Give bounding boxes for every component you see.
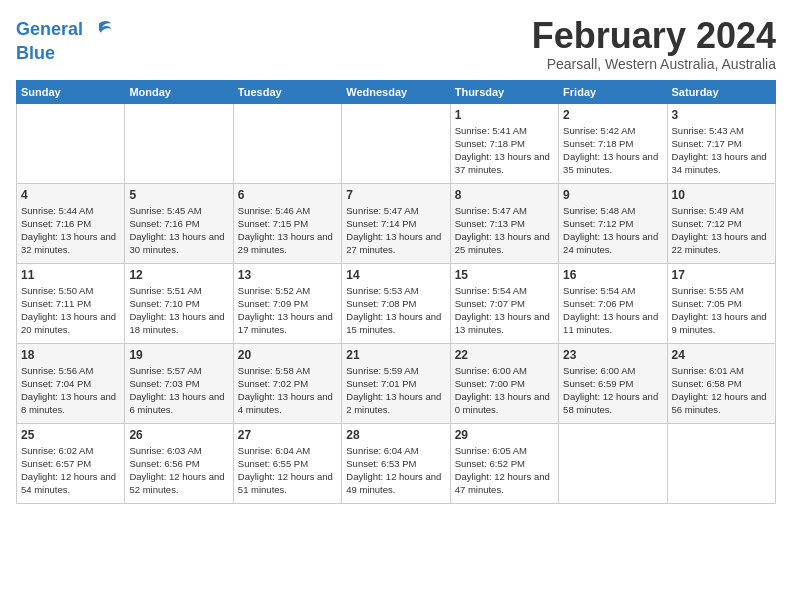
- day-number: 29: [455, 428, 554, 442]
- day-number: 7: [346, 188, 445, 202]
- day-number: 1: [455, 108, 554, 122]
- day-number: 20: [238, 348, 337, 362]
- day-info: Sunrise: 6:01 AM Sunset: 6:58 PM Dayligh…: [672, 364, 771, 417]
- calendar-cell: 22Sunrise: 6:00 AM Sunset: 7:00 PM Dayli…: [450, 343, 558, 423]
- logo-line1: General: [16, 16, 113, 44]
- day-info: Sunrise: 5:41 AM Sunset: 7:18 PM Dayligh…: [455, 124, 554, 177]
- calendar-cell: 25Sunrise: 6:02 AM Sunset: 6:57 PM Dayli…: [17, 423, 125, 503]
- calendar-cell: 8Sunrise: 5:47 AM Sunset: 7:13 PM Daylig…: [450, 183, 558, 263]
- day-info: Sunrise: 6:00 AM Sunset: 6:59 PM Dayligh…: [563, 364, 662, 417]
- day-number: 11: [21, 268, 120, 282]
- calendar-cell: 23Sunrise: 6:00 AM Sunset: 6:59 PM Dayli…: [559, 343, 667, 423]
- weekday-header-tuesday: Tuesday: [233, 80, 341, 103]
- day-number: 2: [563, 108, 662, 122]
- day-number: 24: [672, 348, 771, 362]
- day-info: Sunrise: 5:52 AM Sunset: 7:09 PM Dayligh…: [238, 284, 337, 337]
- day-info: Sunrise: 5:47 AM Sunset: 7:13 PM Dayligh…: [455, 204, 554, 257]
- day-info: Sunrise: 6:05 AM Sunset: 6:52 PM Dayligh…: [455, 444, 554, 497]
- day-number: 17: [672, 268, 771, 282]
- weekday-header-sunday: Sunday: [17, 80, 125, 103]
- day-info: Sunrise: 5:53 AM Sunset: 7:08 PM Dayligh…: [346, 284, 445, 337]
- title-section: February 2024 Pearsall, Western Australi…: [532, 16, 776, 72]
- day-number: 16: [563, 268, 662, 282]
- weekday-header-saturday: Saturday: [667, 80, 775, 103]
- calendar-cell: 19Sunrise: 5:57 AM Sunset: 7:03 PM Dayli…: [125, 343, 233, 423]
- calendar-cell: 5Sunrise: 5:45 AM Sunset: 7:16 PM Daylig…: [125, 183, 233, 263]
- day-info: Sunrise: 5:48 AM Sunset: 7:12 PM Dayligh…: [563, 204, 662, 257]
- weekday-header-wednesday: Wednesday: [342, 80, 450, 103]
- weekday-header-thursday: Thursday: [450, 80, 558, 103]
- calendar-cell: 3Sunrise: 5:43 AM Sunset: 7:17 PM Daylig…: [667, 103, 775, 183]
- calendar-week-4: 18Sunrise: 5:56 AM Sunset: 7:04 PM Dayli…: [17, 343, 776, 423]
- calendar-cell: 26Sunrise: 6:03 AM Sunset: 6:56 PM Dayli…: [125, 423, 233, 503]
- calendar-cell: 4Sunrise: 5:44 AM Sunset: 7:16 PM Daylig…: [17, 183, 125, 263]
- calendar-cell: 21Sunrise: 5:59 AM Sunset: 7:01 PM Dayli…: [342, 343, 450, 423]
- calendar-cell: 10Sunrise: 5:49 AM Sunset: 7:12 PM Dayli…: [667, 183, 775, 263]
- day-number: 14: [346, 268, 445, 282]
- day-info: Sunrise: 5:47 AM Sunset: 7:14 PM Dayligh…: [346, 204, 445, 257]
- day-info: Sunrise: 5:55 AM Sunset: 7:05 PM Dayligh…: [672, 284, 771, 337]
- day-number: 21: [346, 348, 445, 362]
- calendar-table: SundayMondayTuesdayWednesdayThursdayFrid…: [16, 80, 776, 504]
- location: Pearsall, Western Australia, Australia: [532, 56, 776, 72]
- calendar-cell: [17, 103, 125, 183]
- day-number: 12: [129, 268, 228, 282]
- day-number: 28: [346, 428, 445, 442]
- day-info: Sunrise: 5:45 AM Sunset: 7:16 PM Dayligh…: [129, 204, 228, 257]
- day-number: 25: [21, 428, 120, 442]
- day-info: Sunrise: 5:44 AM Sunset: 7:16 PM Dayligh…: [21, 204, 120, 257]
- logo: General Blue: [16, 16, 113, 62]
- day-number: 23: [563, 348, 662, 362]
- calendar-cell: [233, 103, 341, 183]
- calendar-cell: 17Sunrise: 5:55 AM Sunset: 7:05 PM Dayli…: [667, 263, 775, 343]
- calendar-week-1: 1Sunrise: 5:41 AM Sunset: 7:18 PM Daylig…: [17, 103, 776, 183]
- day-info: Sunrise: 5:57 AM Sunset: 7:03 PM Dayligh…: [129, 364, 228, 417]
- day-info: Sunrise: 5:42 AM Sunset: 7:18 PM Dayligh…: [563, 124, 662, 177]
- day-number: 22: [455, 348, 554, 362]
- day-info: Sunrise: 5:54 AM Sunset: 7:06 PM Dayligh…: [563, 284, 662, 337]
- day-info: Sunrise: 6:04 AM Sunset: 6:53 PM Dayligh…: [346, 444, 445, 497]
- calendar-cell: 15Sunrise: 5:54 AM Sunset: 7:07 PM Dayli…: [450, 263, 558, 343]
- calendar-cell: 16Sunrise: 5:54 AM Sunset: 7:06 PM Dayli…: [559, 263, 667, 343]
- logo-general: General: [16, 19, 83, 39]
- weekday-header-friday: Friday: [559, 80, 667, 103]
- calendar-cell: 9Sunrise: 5:48 AM Sunset: 7:12 PM Daylig…: [559, 183, 667, 263]
- calendar-cell: 12Sunrise: 5:51 AM Sunset: 7:10 PM Dayli…: [125, 263, 233, 343]
- day-info: Sunrise: 5:54 AM Sunset: 7:07 PM Dayligh…: [455, 284, 554, 337]
- calendar-cell: 11Sunrise: 5:50 AM Sunset: 7:11 PM Dayli…: [17, 263, 125, 343]
- calendar-cell: 27Sunrise: 6:04 AM Sunset: 6:55 PM Dayli…: [233, 423, 341, 503]
- calendar-week-2: 4Sunrise: 5:44 AM Sunset: 7:16 PM Daylig…: [17, 183, 776, 263]
- calendar-cell: 6Sunrise: 5:46 AM Sunset: 7:15 PM Daylig…: [233, 183, 341, 263]
- calendar-cell: 28Sunrise: 6:04 AM Sunset: 6:53 PM Dayli…: [342, 423, 450, 503]
- day-info: Sunrise: 6:03 AM Sunset: 6:56 PM Dayligh…: [129, 444, 228, 497]
- calendar-week-5: 25Sunrise: 6:02 AM Sunset: 6:57 PM Dayli…: [17, 423, 776, 503]
- calendar-cell: [125, 103, 233, 183]
- calendar-week-3: 11Sunrise: 5:50 AM Sunset: 7:11 PM Dayli…: [17, 263, 776, 343]
- calendar-cell: 18Sunrise: 5:56 AM Sunset: 7:04 PM Dayli…: [17, 343, 125, 423]
- weekday-header-row: SundayMondayTuesdayWednesdayThursdayFrid…: [17, 80, 776, 103]
- day-info: Sunrise: 5:50 AM Sunset: 7:11 PM Dayligh…: [21, 284, 120, 337]
- day-info: Sunrise: 5:51 AM Sunset: 7:10 PM Dayligh…: [129, 284, 228, 337]
- logo-bird-icon: [85, 16, 113, 44]
- day-info: Sunrise: 5:49 AM Sunset: 7:12 PM Dayligh…: [672, 204, 771, 257]
- calendar-cell: 24Sunrise: 6:01 AM Sunset: 6:58 PM Dayli…: [667, 343, 775, 423]
- calendar-cell: 29Sunrise: 6:05 AM Sunset: 6:52 PM Dayli…: [450, 423, 558, 503]
- day-number: 6: [238, 188, 337, 202]
- day-number: 18: [21, 348, 120, 362]
- day-number: 5: [129, 188, 228, 202]
- header: General Blue February 2024 Pearsall, Wes…: [16, 16, 776, 72]
- calendar-cell: [342, 103, 450, 183]
- weekday-header-monday: Monday: [125, 80, 233, 103]
- calendar-cell: 2Sunrise: 5:42 AM Sunset: 7:18 PM Daylig…: [559, 103, 667, 183]
- logo-blue: Blue: [16, 44, 113, 62]
- calendar-cell: 13Sunrise: 5:52 AM Sunset: 7:09 PM Dayli…: [233, 263, 341, 343]
- day-info: Sunrise: 5:46 AM Sunset: 7:15 PM Dayligh…: [238, 204, 337, 257]
- calendar-cell: [559, 423, 667, 503]
- day-number: 9: [563, 188, 662, 202]
- day-number: 19: [129, 348, 228, 362]
- day-info: Sunrise: 5:56 AM Sunset: 7:04 PM Dayligh…: [21, 364, 120, 417]
- calendar-cell: 1Sunrise: 5:41 AM Sunset: 7:18 PM Daylig…: [450, 103, 558, 183]
- day-info: Sunrise: 5:43 AM Sunset: 7:17 PM Dayligh…: [672, 124, 771, 177]
- day-number: 8: [455, 188, 554, 202]
- day-info: Sunrise: 5:58 AM Sunset: 7:02 PM Dayligh…: [238, 364, 337, 417]
